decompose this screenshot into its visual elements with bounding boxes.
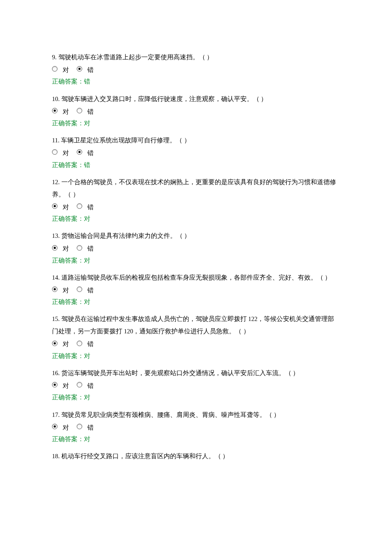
question-text: 17. 驾驶员常见职业病类型有颈椎病、腰痛、肩周炎、胃病、噪声性耳聋等。（ ） [52, 409, 340, 421]
correct-answer: 正确答案：对 [52, 393, 340, 402]
question-block: 12. 一个合格的驾驶员，不仅表现在技术的娴熟上，更重要的是应该具有良好的驾驶行… [52, 176, 340, 224]
question-text: 11. 车辆卫星定位系统出现故障可自行修理。（ ） [52, 134, 340, 147]
question-block: 10. 驾驶车辆进入交叉路口时，应降低行驶速度，注意观察，确认平安。（ ）对错正… [52, 93, 340, 129]
radio-false[interactable] [77, 382, 82, 387]
radio-true[interactable] [52, 149, 58, 155]
radio-true[interactable] [52, 286, 58, 292]
question-block: 13. 货物运输合同是具有法律约束力的文件。（ ）对错正确答案：对 [52, 230, 340, 266]
question-text: 12. 一个合格的驾驶员，不仅表现在技术的娴熟上，更重要的是应该具有良好的驾驶行… [52, 176, 340, 201]
correct-answer: 正确答案：对 [52, 297, 340, 307]
options-row: 对错 [52, 381, 340, 388]
radio-false[interactable] [77, 203, 82, 209]
question-text: 15. 驾驶员在运输过程中发生事故造成人员伤亡的，驾驶员应立即拨打 122，等候… [52, 313, 340, 338]
question-block: 14. 道路运输驾驶员收车后的检视应包括检查车身应无裂损现象，各部件应齐全、完好… [52, 272, 340, 307]
question-block: 18. 机动车行经交叉路口，应该注意盲区内的车辆和行人。（ ） [52, 450, 340, 462]
radio-true[interactable] [52, 424, 58, 429]
option-label-true: 对 [63, 150, 69, 157]
radio-false[interactable] [77, 286, 82, 292]
option-label-true: 对 [63, 424, 69, 431]
option-label-true: 对 [63, 204, 69, 211]
radio-true[interactable] [52, 341, 58, 346]
correct-answer: 正确答案：对 [52, 256, 340, 266]
option-label-true: 对 [63, 341, 69, 348]
question-text: 9. 驾驶机动车在冰雪道路上起步一定要使用高速挡。（ ） [52, 51, 340, 64]
question-text: 13. 货物运输合同是具有法律约束力的文件。（ ） [52, 230, 340, 242]
question-block: 16. 货运车辆驾驶员开车出站时，要先观察站口外交通情况，确认平安后汇入车流。（… [52, 367, 340, 403]
options-row: 对错 [52, 423, 340, 430]
radio-false[interactable] [77, 149, 82, 155]
question-text: 10. 驾驶车辆进入交叉路口时，应降低行驶速度，注意观察，确认平安。（ ） [52, 93, 340, 105]
option-label-false: 错 [87, 287, 94, 294]
page-content: 9. 驾驶机动车在冰雪道路上起步一定要使用高速挡。（ ）对错正确答案：错10. … [0, 0, 392, 490]
option-label-false: 错 [87, 341, 94, 348]
option-label-false: 错 [87, 245, 94, 252]
option-label-true: 对 [63, 382, 69, 390]
radio-false[interactable] [77, 341, 82, 346]
options-row: 对错 [52, 107, 340, 114]
radio-false[interactable] [77, 245, 82, 251]
question-block: 15. 驾驶员在运输过程中发生事故造成人员伤亡的，驾驶员应立即拨打 122，等候… [52, 313, 340, 361]
option-label-true: 对 [63, 108, 69, 116]
question-text: 16. 货运车辆驾驶员开车出站时，要先观察站口外交通情况，确认平安后汇入车流。（… [52, 367, 340, 379]
correct-answer: 正确答案：对 [52, 214, 340, 224]
question-block: 17. 驾驶员常见职业病类型有颈椎病、腰痛、肩周炎、胃病、噪声性耳聋等。（ ）对… [52, 409, 340, 445]
options-row: 对错 [52, 286, 340, 293]
correct-answer: 正确答案：对 [52, 119, 340, 128]
option-label-true: 对 [63, 287, 69, 294]
correct-answer: 正确答案：错 [52, 77, 340, 87]
radio-true[interactable] [52, 245, 58, 251]
radio-true[interactable] [52, 382, 58, 387]
option-label-true: 对 [63, 66, 69, 74]
radio-false[interactable] [77, 108, 82, 113]
question-block: 11. 车辆卫星定位系统出现故障可自行修理。（ ）对错正确答案：错 [52, 134, 340, 170]
options-row: 对错 [52, 65, 340, 72]
question-text: 14. 道路运输驾驶员收车后的检视应包括检查车身应无裂损现象，各部件应齐全、完好… [52, 272, 340, 284]
question-text: 18. 机动车行经交叉路口，应该注意盲区内的车辆和行人。（ ） [52, 450, 340, 462]
option-label-true: 对 [63, 245, 69, 252]
options-row: 对错 [52, 339, 340, 347]
radio-true[interactable] [52, 66, 58, 72]
option-label-false: 错 [87, 204, 94, 211]
question-block: 9. 驾驶机动车在冰雪道路上起步一定要使用高速挡。（ ）对错正确答案：错 [52, 51, 340, 87]
options-row: 对错 [52, 244, 340, 251]
option-label-false: 错 [87, 424, 94, 431]
radio-true[interactable] [52, 108, 58, 113]
option-label-false: 错 [87, 108, 94, 116]
option-label-false: 错 [87, 382, 94, 390]
option-label-false: 错 [87, 150, 94, 157]
options-row: 对错 [52, 148, 340, 156]
options-row: 对错 [52, 202, 340, 210]
correct-answer: 正确答案：错 [52, 160, 340, 170]
correct-answer: 正确答案：对 [52, 351, 340, 361]
questions-list: 9. 驾驶机动车在冰雪道路上起步一定要使用高速挡。（ ）对错正确答案：错10. … [52, 51, 340, 462]
option-label-false: 错 [87, 66, 94, 74]
radio-true[interactable] [52, 203, 58, 209]
radio-false[interactable] [77, 424, 82, 429]
correct-answer: 正确答案：对 [52, 434, 340, 444]
radio-false[interactable] [77, 66, 82, 72]
